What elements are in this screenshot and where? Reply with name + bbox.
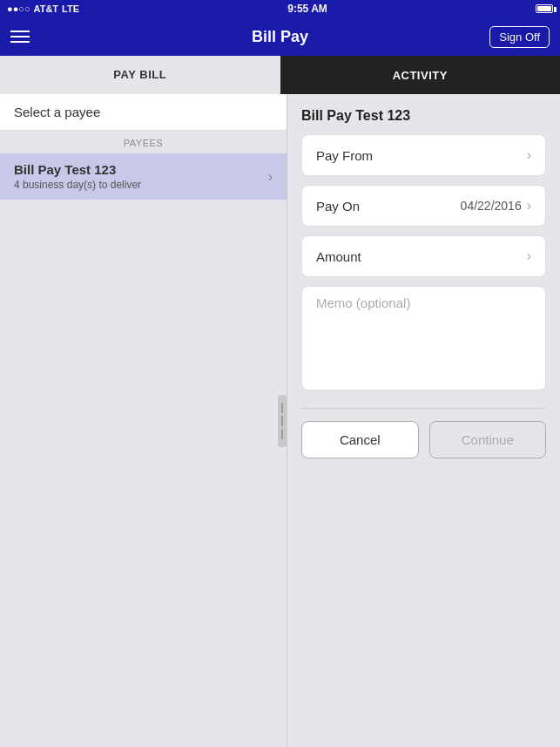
pay-from-row[interactable]: Pay From › — [301, 134, 546, 176]
app-header: Bill Pay Sign Off — [0, 17, 560, 56]
drag-handle[interactable] — [278, 395, 287, 447]
payee-name: Bill Pay Test 123 — [14, 162, 141, 177]
select-payee-header: Select a payee — [0, 94, 287, 131]
pay-on-label: Pay On — [316, 199, 360, 214]
action-buttons: Cancel Continue — [301, 421, 546, 458]
pay-on-chevron-icon: › — [527, 198, 531, 214]
status-bar: ●●○○ AT&T LTE 9:55 AM — [0, 0, 560, 17]
pay-on-value-area: 04/22/2016 › — [461, 198, 531, 214]
selected-payee-title: Bill Pay Test 123 — [301, 108, 546, 124]
amount-chevron-icon: › — [527, 248, 531, 264]
signal-dots: ●●○○ — [7, 3, 30, 14]
tab-activity[interactable]: ACTIVITY — [280, 56, 561, 94]
main-layout: Select a payee PAYEES Bill Pay Test 123 … — [0, 94, 560, 747]
divider — [301, 408, 546, 409]
network-type: LTE — [62, 3, 79, 14]
carrier-name: AT&T — [34, 3, 59, 14]
payee-item[interactable]: Bill Pay Test 123 4 business day(s) to d… — [0, 153, 287, 200]
sign-off-button[interactable]: Sign Off — [489, 26, 550, 48]
battery-icon — [536, 4, 553, 13]
left-panel: Select a payee PAYEES Bill Pay Test 123 … — [0, 94, 287, 747]
continue-button[interactable]: Continue — [429, 421, 547, 458]
tab-pay-bill[interactable]: PAY BILL — [0, 56, 280, 94]
memo-placeholder: Memo (optional) — [316, 295, 410, 310]
right-panel: Bill Pay Test 123 Pay From › Pay On 04/2… — [287, 94, 560, 747]
carrier-info: ●●○○ AT&T LTE — [7, 3, 79, 14]
menu-icon[interactable] — [10, 31, 30, 43]
pay-from-label: Pay From — [316, 148, 373, 163]
status-time: 9:55 AM — [287, 3, 327, 15]
battery-fill — [537, 6, 551, 11]
memo-row[interactable]: Memo (optional) — [301, 286, 546, 390]
payees-section-label: PAYEES — [0, 131, 287, 153]
pay-on-value: 04/22/2016 — [461, 199, 522, 213]
pay-on-row[interactable]: Pay On 04/22/2016 › — [301, 185, 546, 227]
page-title: Bill Pay — [252, 28, 308, 46]
payee-info: Bill Pay Test 123 4 business day(s) to d… — [14, 162, 141, 191]
payee-delivery: 4 business day(s) to deliver — [14, 179, 141, 191]
amount-label: Amount — [316, 249, 361, 264]
select-payee-label: Select a payee — [14, 105, 100, 119]
amount-row[interactable]: Amount › — [301, 235, 546, 277]
tab-bar: PAY BILL ACTIVITY — [0, 56, 560, 94]
pay-from-chevron-icon: › — [527, 147, 531, 163]
battery-area — [536, 4, 553, 13]
cancel-button[interactable]: Cancel — [301, 421, 419, 458]
payee-chevron-icon: › — [268, 169, 273, 185]
